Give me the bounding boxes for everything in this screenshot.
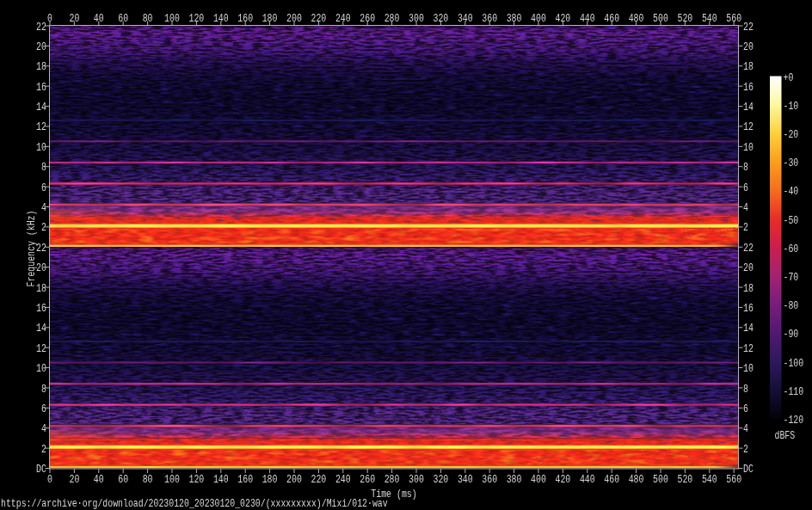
svg-text:40: 40 bbox=[94, 12, 104, 25]
svg-text:320: 320 bbox=[434, 12, 449, 25]
svg-text:4: 4 bbox=[743, 422, 748, 435]
svg-text:-100: -100 bbox=[784, 357, 804, 370]
svg-text:360: 360 bbox=[482, 473, 497, 486]
svg-text:6: 6 bbox=[41, 402, 46, 415]
svg-text:380: 380 bbox=[507, 12, 522, 25]
svg-text:12: 12 bbox=[36, 120, 46, 133]
svg-text:20: 20 bbox=[36, 40, 46, 53]
svg-text:140: 140 bbox=[213, 473, 229, 486]
svg-text:360: 360 bbox=[482, 12, 497, 25]
svg-text:8: 8 bbox=[743, 161, 748, 174]
svg-text:14: 14 bbox=[36, 101, 46, 114]
svg-text:8: 8 bbox=[41, 383, 46, 396]
svg-text:-110: -110 bbox=[784, 385, 804, 398]
svg-text:16: 16 bbox=[743, 81, 754, 94]
svg-text:6: 6 bbox=[743, 402, 748, 415]
svg-text:280: 280 bbox=[384, 473, 400, 486]
svg-text:-80: -80 bbox=[784, 299, 799, 312]
svg-text:10: 10 bbox=[743, 362, 754, 375]
svg-text:14: 14 bbox=[743, 322, 754, 335]
svg-text:22: 22 bbox=[36, 21, 46, 34]
svg-text:200: 200 bbox=[286, 12, 302, 25]
svg-text:240: 240 bbox=[335, 12, 351, 25]
svg-text:10: 10 bbox=[36, 141, 46, 154]
svg-text:-90: -90 bbox=[784, 328, 799, 341]
svg-text:280: 280 bbox=[384, 12, 400, 25]
svg-text:-40: -40 bbox=[784, 185, 799, 198]
svg-text:420: 420 bbox=[556, 473, 571, 486]
svg-text:20: 20 bbox=[69, 473, 79, 486]
svg-text:-70: -70 bbox=[784, 271, 799, 284]
svg-text:18: 18 bbox=[743, 282, 754, 295]
svg-text:400: 400 bbox=[531, 473, 546, 486]
svg-text:480: 480 bbox=[629, 473, 644, 486]
svg-text:18: 18 bbox=[36, 60, 46, 73]
svg-text:120: 120 bbox=[189, 473, 205, 486]
svg-text:-50: -50 bbox=[784, 214, 799, 227]
svg-text:500: 500 bbox=[653, 12, 668, 25]
svg-text:12: 12 bbox=[743, 120, 754, 133]
svg-text:520: 520 bbox=[678, 473, 693, 486]
svg-text:4: 4 bbox=[41, 422, 46, 435]
svg-text:4: 4 bbox=[743, 201, 748, 214]
svg-text:240: 240 bbox=[335, 473, 351, 486]
svg-text:100: 100 bbox=[164, 473, 180, 486]
svg-text:20: 20 bbox=[743, 40, 754, 53]
svg-text:60: 60 bbox=[118, 12, 128, 25]
svg-text:12: 12 bbox=[743, 342, 754, 355]
svg-text:500: 500 bbox=[653, 473, 668, 486]
svg-text:540: 540 bbox=[702, 473, 717, 486]
svg-text:22: 22 bbox=[743, 242, 754, 255]
svg-text:220: 220 bbox=[311, 473, 327, 486]
svg-text:320: 320 bbox=[434, 473, 449, 486]
svg-text:-10: -10 bbox=[784, 100, 799, 113]
svg-text:0: 0 bbox=[47, 473, 52, 486]
svg-text:-120: -120 bbox=[784, 414, 804, 427]
svg-text:180: 180 bbox=[262, 12, 278, 25]
svg-text:260: 260 bbox=[360, 12, 375, 25]
svg-text:-30: -30 bbox=[784, 157, 799, 169]
svg-text:16: 16 bbox=[36, 81, 46, 94]
svg-text:16: 16 bbox=[36, 302, 46, 315]
svg-text:2: 2 bbox=[41, 221, 46, 234]
svg-text:2: 2 bbox=[743, 443, 748, 456]
svg-text:14: 14 bbox=[36, 322, 46, 335]
svg-text:160: 160 bbox=[237, 473, 253, 486]
svg-text:560: 560 bbox=[726, 12, 741, 25]
svg-text:20: 20 bbox=[743, 261, 754, 274]
svg-text:200: 200 bbox=[286, 473, 302, 486]
svg-text:10: 10 bbox=[36, 362, 46, 375]
svg-text:520: 520 bbox=[678, 12, 693, 25]
svg-text:460: 460 bbox=[604, 473, 619, 486]
svg-text:0: 0 bbox=[47, 12, 52, 25]
svg-text:480: 480 bbox=[629, 12, 644, 25]
svg-text:8: 8 bbox=[743, 383, 748, 396]
svg-text:-20: -20 bbox=[784, 128, 799, 141]
svg-text:dBFS: dBFS bbox=[775, 429, 796, 442]
svg-text:460: 460 bbox=[604, 12, 619, 25]
svg-text:340: 340 bbox=[458, 473, 473, 486]
svg-text:140: 140 bbox=[213, 12, 229, 25]
svg-text:40: 40 bbox=[94, 473, 104, 486]
svg-text:DC: DC bbox=[36, 463, 46, 476]
svg-text:12: 12 bbox=[36, 342, 46, 355]
svg-text:6: 6 bbox=[743, 181, 748, 194]
svg-text:380: 380 bbox=[507, 473, 522, 486]
svg-text:120: 120 bbox=[189, 12, 205, 25]
svg-text:10: 10 bbox=[743, 141, 754, 154]
svg-text:22: 22 bbox=[743, 21, 754, 34]
svg-text:Frequency (kHz): Frequency (kHz) bbox=[25, 211, 38, 287]
svg-text:6: 6 bbox=[41, 181, 46, 194]
svg-text:300: 300 bbox=[409, 473, 424, 486]
svg-text:540: 540 bbox=[702, 12, 717, 25]
svg-text:220: 220 bbox=[311, 12, 327, 25]
svg-text:2: 2 bbox=[743, 221, 748, 234]
svg-text:https://archive·org/download/2: https://archive·org/download/20230120_20… bbox=[1, 497, 388, 510]
svg-text:2: 2 bbox=[41, 443, 46, 456]
svg-text:300: 300 bbox=[409, 12, 424, 25]
svg-text:440: 440 bbox=[580, 12, 595, 25]
svg-text:+0: +0 bbox=[784, 71, 794, 84]
svg-text:400: 400 bbox=[531, 12, 546, 25]
svg-text:8: 8 bbox=[41, 161, 46, 174]
svg-text:18: 18 bbox=[743, 60, 754, 73]
